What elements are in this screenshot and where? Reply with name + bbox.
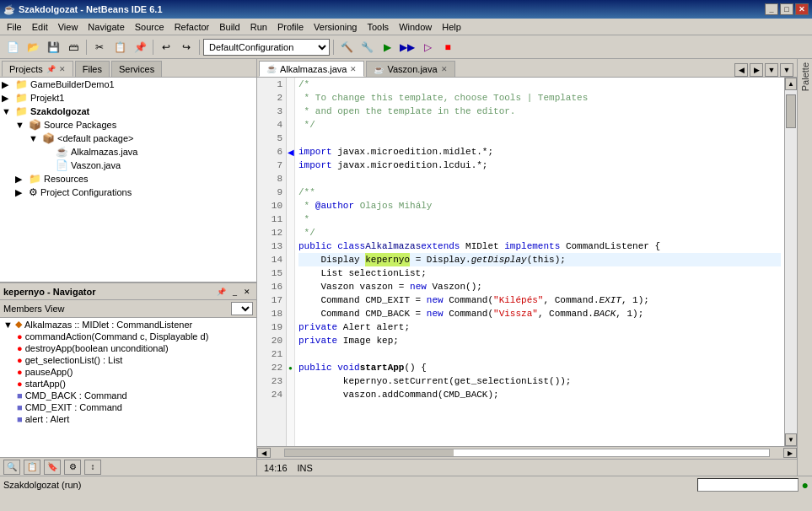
code-line-1: /* bbox=[298, 78, 781, 91]
nav-item-pauseapp[interactable]: ● pauseApp() bbox=[0, 366, 256, 378]
menu-item-window[interactable]: Window bbox=[394, 20, 437, 34]
app-title: Szakdolgozat - NetBeans IDE 6.1 bbox=[19, 4, 163, 14]
tab-services[interactable]: Services bbox=[111, 61, 162, 77]
status-right: ● bbox=[697, 478, 809, 492]
menu-item-build[interactable]: Build bbox=[214, 20, 245, 34]
palette-label[interactable]: Palette bbox=[800, 62, 810, 91]
nav-item-cmd-back[interactable]: ■ CMD_BACK : Command bbox=[0, 390, 256, 401]
config-dropdown[interactable]: DefaultConfiguration bbox=[203, 39, 330, 56]
tree-item-default-package[interactable]: ▼ 📦 <default package> bbox=[0, 132, 256, 145]
cut-button[interactable]: ✂ bbox=[90, 38, 109, 56]
menu-item-versioning[interactable]: Versioning bbox=[309, 20, 362, 34]
nav-item-class[interactable]: ▼ ◆ Alkalmazas :: MIDlet : CommandListen… bbox=[0, 318, 256, 331]
tab-projects[interactable]: Projects 📌 ✕ bbox=[2, 61, 73, 77]
editor-tabs: ☕ Alkalmazas.java ✕ ☕ Vaszon.java ✕ ◀ ▶ … bbox=[257, 59, 797, 78]
stop-button[interactable]: ■ bbox=[438, 38, 457, 56]
code-line-15: List selectionList; bbox=[298, 266, 781, 280]
debug-button[interactable]: ▶▶ bbox=[398, 38, 417, 56]
tree-item-szakdolgozat[interactable]: ▼ 📁 Szakdolgozat bbox=[0, 105, 256, 118]
run-button[interactable]: ▶ bbox=[378, 38, 396, 56]
tab-list-button[interactable]: ▼ bbox=[765, 63, 778, 77]
maximize-button[interactable]: □ bbox=[780, 3, 793, 15]
menu-item-navigate[interactable]: Navigate bbox=[83, 20, 129, 34]
code-content[interactable]: /* * To change this template, choose Too… bbox=[295, 78, 784, 446]
menu-item-run[interactable]: Run bbox=[245, 20, 272, 34]
save-all-button[interactable]: 🗃 bbox=[64, 38, 83, 56]
menu-item-help[interactable]: Help bbox=[437, 20, 466, 34]
status-input[interactable] bbox=[697, 478, 799, 492]
code-editor[interactable]: 1 2 3 4 5 6 7 8 9 10 11 12 13 14 15 16 1… bbox=[257, 78, 797, 446]
nav-item-cmd-exit[interactable]: ■ CMD_EXIT : Command bbox=[0, 401, 256, 413]
hscroll-left-button[interactable]: ◀ bbox=[257, 448, 271, 458]
tree-item-project-configs[interactable]: ▶ ⚙ Project Configurations bbox=[0, 186, 256, 199]
palette-panel[interactable]: Palette bbox=[797, 59, 812, 476]
nav-class-label: Alkalmazas :: MIDlet : CommandListener bbox=[24, 320, 192, 330]
vscroll-down-button[interactable]: ▼ bbox=[785, 433, 797, 446]
hscroll-thumb[interactable] bbox=[285, 449, 454, 456]
nav-btn-3[interactable]: 🔖 bbox=[44, 460, 61, 475]
menu-item-refactor[interactable]: Refactor bbox=[169, 20, 215, 34]
tab-files[interactable]: Files bbox=[75, 61, 110, 77]
vscroll-track[interactable] bbox=[785, 90, 797, 433]
nav-item-destroyapp[interactable]: ● destroyApp(boolean unconditional) bbox=[0, 342, 256, 354]
scroll-right-button[interactable]: ▶ bbox=[750, 63, 763, 77]
tree-item-alkalmazas[interactable]: ☕ Alkalmazas.java bbox=[0, 145, 256, 159]
nav-btn-4[interactable]: ⚙ bbox=[64, 460, 81, 475]
nav-item-getselectionlist[interactable]: ● get_selectionList() : List bbox=[0, 354, 256, 366]
new-file-button[interactable]: 📄 bbox=[3, 38, 22, 56]
tab-alkalmazas-close[interactable]: ✕ bbox=[350, 65, 357, 73]
menu-item-file[interactable]: File bbox=[2, 20, 27, 34]
tab-vaszon-close[interactable]: ✕ bbox=[441, 65, 448, 73]
tree-item-vaszon[interactable]: 📄 Vaszon.java bbox=[0, 159, 256, 172]
undo-button[interactable]: ↩ bbox=[157, 38, 175, 56]
menu-item-tools[interactable]: Tools bbox=[362, 20, 394, 34]
minimize-button[interactable]: _ bbox=[765, 3, 778, 15]
open-button[interactable]: 📂 bbox=[24, 38, 42, 56]
editor-vscrollbar[interactable]: ▲ ▼ bbox=[784, 78, 797, 446]
projects-tab-pin[interactable]: 📌 bbox=[46, 65, 56, 73]
expand-icon: ▼ bbox=[3, 320, 13, 330]
profile-button[interactable]: ▷ bbox=[418, 38, 437, 56]
redo-button[interactable]: ↪ bbox=[177, 38, 196, 56]
code-line-19: private Alert alert; bbox=[298, 320, 781, 334]
tab-vaszon[interactable]: ☕ Vaszon.java ✕ bbox=[366, 61, 454, 77]
hscroll-track[interactable] bbox=[284, 449, 770, 457]
navigator-tree: ▼ ◆ Alkalmazas :: MIDlet : CommandListen… bbox=[0, 318, 256, 457]
tab-options-button[interactable]: ▼ bbox=[780, 63, 793, 77]
nav-item-startapp[interactable]: ● startApp() bbox=[0, 378, 256, 390]
save-button[interactable]: 💾 bbox=[44, 38, 62, 56]
nav-btn-1[interactable]: 🔍 bbox=[3, 460, 20, 475]
nav-item-alert[interactable]: ■ alert : Alert bbox=[0, 413, 256, 425]
tree-item-projekt1[interactable]: ▶ 📁 Projekt1 bbox=[0, 91, 256, 105]
tree-item-source-packages[interactable]: ▼ 📦 Source Packages bbox=[0, 118, 256, 132]
menu-item-edit[interactable]: Edit bbox=[27, 20, 53, 34]
code-line-8 bbox=[298, 172, 781, 186]
code-line-22: public void startApp() { bbox=[298, 361, 781, 374]
build-button[interactable]: 🔨 bbox=[337, 38, 356, 56]
menu-item-source[interactable]: Source bbox=[130, 20, 169, 34]
clean-build-button[interactable]: 🔧 bbox=[358, 38, 376, 56]
paste-button[interactable]: 📌 bbox=[131, 38, 149, 56]
editor-hscrollbar[interactable]: ◀ ▶ bbox=[257, 446, 797, 459]
projects-tab-close[interactable]: ✕ bbox=[59, 65, 66, 73]
close-button[interactable]: ✕ bbox=[795, 3, 809, 15]
tree-item-resources[interactable]: ▶ 📁 Resources bbox=[0, 172, 256, 186]
menu-item-profile[interactable]: Profile bbox=[272, 20, 309, 34]
separator-4 bbox=[333, 40, 334, 55]
nav-item-commandaction[interactable]: ● commandAction(Command c, Displayable d… bbox=[0, 331, 256, 342]
hscroll-right-button[interactable]: ▶ bbox=[783, 448, 797, 458]
nav-close-button[interactable]: ✕ bbox=[241, 287, 253, 297]
copy-button[interactable]: 📋 bbox=[110, 38, 129, 56]
menu-item-view[interactable]: View bbox=[53, 20, 83, 34]
nav-pin-button[interactable]: 📌 bbox=[214, 287, 229, 297]
members-dropdown[interactable] bbox=[231, 302, 253, 315]
vscroll-thumb[interactable] bbox=[786, 94, 796, 128]
scroll-left-button[interactable]: ◀ bbox=[734, 63, 748, 77]
tab-alkalmazas[interactable]: ☕ Alkalmazas.java ✕ bbox=[259, 61, 364, 77]
app-icon: ☕ bbox=[3, 4, 15, 15]
nav-minimize-button[interactable]: _ bbox=[230, 287, 239, 297]
nav-btn-2[interactable]: 📋 bbox=[24, 460, 40, 475]
vscroll-up-button[interactable]: ▲ bbox=[785, 78, 797, 90]
nav-btn-5[interactable]: ↕ bbox=[84, 460, 101, 475]
tree-item-gamebuilder[interactable]: ▶ 📁 GameBuilderDemo1 bbox=[0, 78, 256, 91]
